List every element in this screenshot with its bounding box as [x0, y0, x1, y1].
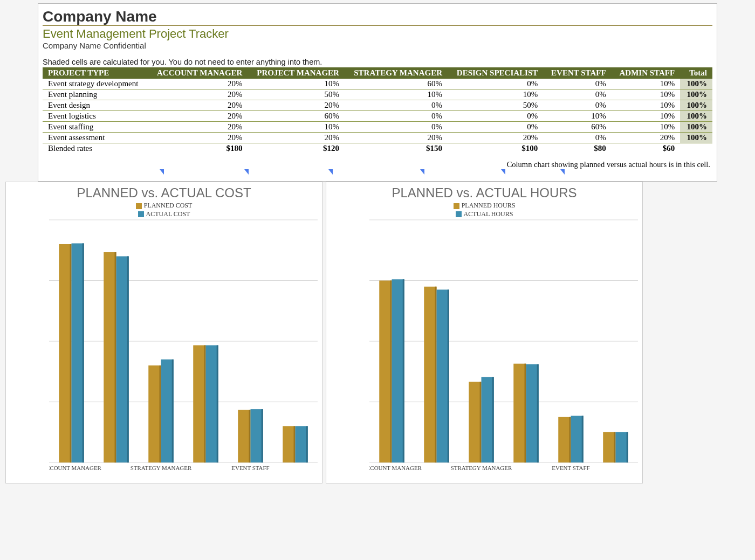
- allocation-cell[interactable]: 0%: [543, 79, 611, 89]
- allocation-cell[interactable]: 10%: [345, 89, 448, 100]
- chart-panel-hours[interactable]: PLANNED vs. ACTUAL HOURS PLANNED HOURS A…: [326, 182, 643, 483]
- project-type-cell[interactable]: Event design: [43, 100, 148, 111]
- svg-rect-29: [249, 410, 251, 463]
- svg-rect-61: [513, 364, 526, 462]
- confidential-note: Company Name Confidential: [43, 41, 712, 50]
- svg-text:STRATEGY MANAGER: STRATEGY MANAGER: [131, 465, 192, 471]
- column-header[interactable]: Total: [680, 67, 712, 79]
- svg-rect-49: [392, 279, 404, 462]
- allocation-cell[interactable]: 20%: [248, 133, 345, 143]
- allocation-table[interactable]: PROJECT TYPEACCOUNT MANAGERPROJECT MANAG…: [43, 67, 712, 154]
- svg-rect-10: [59, 244, 71, 462]
- allocation-cell[interactable]: 60%: [345, 79, 448, 89]
- allocation-cell[interactable]: 60%: [248, 111, 345, 122]
- rate-cell[interactable]: $150: [345, 143, 448, 154]
- rate-cell[interactable]: $100: [448, 143, 543, 154]
- column-header[interactable]: PROJECT TYPE: [43, 67, 148, 79]
- project-type-cell[interactable]: Event planning: [43, 89, 148, 100]
- total-cell: 100%: [680, 122, 712, 133]
- table-header-row: PROJECT TYPEACCOUNT MANAGERPROJECT MANAG…: [43, 67, 712, 79]
- allocation-cell[interactable]: 20%: [148, 111, 248, 122]
- rate-cell[interactable]: $120: [248, 143, 345, 154]
- svg-rect-54: [436, 289, 449, 462]
- allocation-cell[interactable]: 20%: [148, 79, 248, 89]
- svg-rect-53: [435, 287, 437, 462]
- filter-dropdown-icon[interactable]: [328, 169, 333, 175]
- svg-rect-71: [614, 432, 615, 462]
- chart-svg-cost: $0.00$15,000.00$30,000.00$45,000.00$60,0…: [49, 215, 318, 472]
- chart-panel-cost[interactable]: PLANNED vs. ACTUAL COST PLANNED COST ACT…: [5, 182, 322, 483]
- worksheet-pane[interactable]: Company Name Event Management Project Tr…: [38, 3, 717, 182]
- allocation-cell[interactable]: 20%: [345, 133, 448, 143]
- project-type-cell[interactable]: Event strategy development: [43, 79, 148, 89]
- allocation-cell[interactable]: 0%: [448, 111, 543, 122]
- allocation-cell[interactable]: 20%: [148, 122, 248, 133]
- allocation-cell[interactable]: 0%: [543, 133, 611, 143]
- svg-rect-24: [193, 345, 205, 463]
- allocation-cell[interactable]: 20%: [448, 133, 543, 143]
- allocation-cell[interactable]: 0%: [345, 111, 448, 122]
- column-header[interactable]: EVENT STAFF: [543, 67, 611, 79]
- svg-rect-48: [390, 281, 392, 463]
- svg-rect-35: [295, 426, 307, 463]
- filter-dropdown-icon[interactable]: [560, 169, 565, 175]
- allocation-cell[interactable]: 10%: [248, 122, 345, 133]
- filter-dropdown-icon[interactable]: [160, 169, 164, 175]
- allocation-cell[interactable]: 0%: [345, 100, 448, 111]
- filter-dropdown-icon[interactable]: [501, 169, 505, 175]
- allocation-cell[interactable]: 50%: [448, 100, 543, 111]
- rate-cell[interactable]: $60: [612, 143, 681, 154]
- allocation-cell[interactable]: 10%: [248, 79, 345, 89]
- allocation-cell[interactable]: 0%: [448, 79, 543, 89]
- legend-label-planned-cost: PLANNED COST: [144, 202, 193, 209]
- project-type-cell[interactable]: Event staffing: [43, 122, 148, 133]
- svg-rect-72: [615, 432, 628, 462]
- allocation-cell[interactable]: 60%: [543, 122, 611, 133]
- svg-rect-19: [148, 365, 161, 462]
- allocation-cell[interactable]: 10%: [612, 89, 681, 100]
- svg-rect-30: [250, 409, 263, 462]
- svg-rect-52: [424, 287, 436, 462]
- svg-text:EVENT STAFF: EVENT STAFF: [231, 465, 269, 471]
- allocation-cell[interactable]: 10%: [543, 111, 611, 122]
- allocation-cell[interactable]: 0%: [543, 100, 611, 111]
- allocation-cell[interactable]: 50%: [248, 89, 345, 100]
- total-cell: 100%: [680, 111, 712, 122]
- allocation-cell[interactable]: 10%: [612, 122, 681, 133]
- chart-title-cost: PLANNED vs. ACTUAL COST: [10, 185, 318, 201]
- filter-dropdown-icon[interactable]: [244, 169, 249, 175]
- allocation-cell[interactable]: 20%: [248, 100, 345, 111]
- allocation-cell[interactable]: 20%: [148, 89, 248, 100]
- svg-rect-70: [603, 432, 615, 462]
- svg-text:EVENT STAFF: EVENT STAFF: [552, 465, 589, 471]
- allocation-cell[interactable]: 10%: [612, 79, 681, 89]
- column-header[interactable]: ACCOUNT MANAGER: [148, 67, 248, 79]
- svg-rect-73: [627, 432, 628, 462]
- project-type-cell[interactable]: Event logistics: [43, 111, 148, 122]
- legend-label-planned-hours: PLANNED HOURS: [462, 202, 516, 209]
- column-header[interactable]: ADMIN STAFF: [612, 67, 681, 79]
- allocation-cell[interactable]: 20%: [148, 133, 248, 143]
- table-row: Event strategy development20%10%60%0%0%1…: [43, 79, 712, 89]
- svg-rect-18: [127, 256, 129, 462]
- rate-cell[interactable]: $80: [543, 143, 611, 154]
- project-type-cell[interactable]: Event assessment: [43, 133, 148, 143]
- allocation-cell[interactable]: 10%: [448, 89, 543, 100]
- help-text: Shaded cells are calculated for you. You…: [43, 58, 712, 66]
- allocation-cell[interactable]: 10%: [612, 111, 681, 122]
- rate-cell[interactable]: $180: [148, 143, 248, 154]
- allocation-cell[interactable]: 0%: [448, 122, 543, 133]
- allocation-cell[interactable]: 20%: [612, 133, 681, 143]
- svg-text:ACCOUNT MANAGER: ACCOUNT MANAGER: [369, 465, 422, 471]
- allocation-cell[interactable]: 0%: [345, 122, 448, 133]
- allocation-cell[interactable]: 10%: [612, 100, 681, 111]
- column-header[interactable]: PROJECT MANAGER: [248, 67, 345, 79]
- filter-dropdown-icon[interactable]: [420, 169, 424, 175]
- column-header[interactable]: STRATEGY MANAGER: [345, 67, 448, 79]
- table-row: Event planning20%50%10%10%0%10%100%: [43, 89, 712, 100]
- column-header[interactable]: DESIGN SPECIALIST: [448, 67, 543, 79]
- allocation-cell[interactable]: 0%: [543, 89, 611, 100]
- rates-label-cell[interactable]: Blended rates: [43, 143, 148, 154]
- allocation-cell[interactable]: 20%: [148, 100, 248, 111]
- svg-rect-25: [204, 345, 206, 463]
